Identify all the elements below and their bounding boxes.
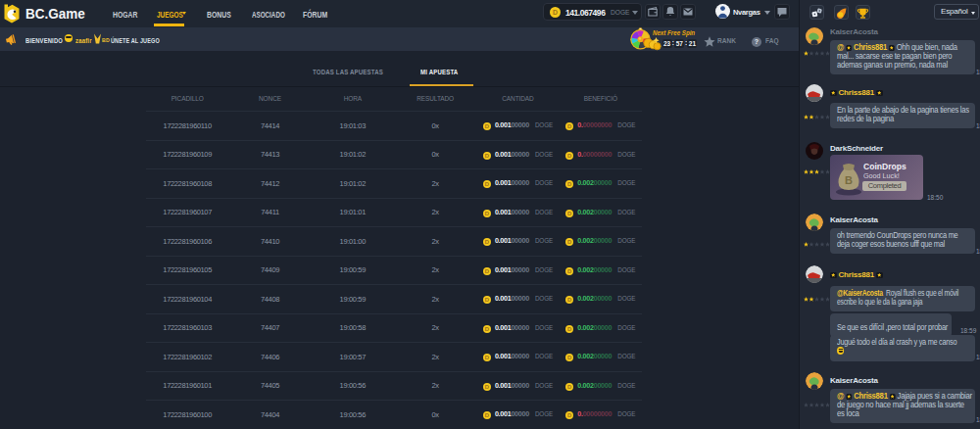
- svg-text:B: B: [845, 174, 853, 186]
